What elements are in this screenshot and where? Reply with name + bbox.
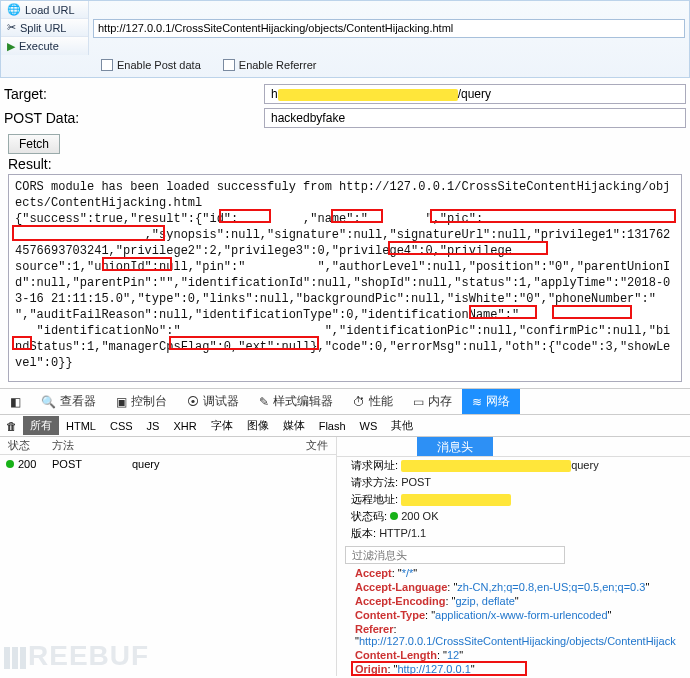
filter-html[interactable]: HTML [59, 418, 103, 434]
enable-referrer-checkbox[interactable]: Enable Referrer [223, 59, 317, 71]
panel-icon: ◧ [10, 395, 21, 409]
devtools-panel: ◧ 🔍查看器 ▣控制台 ⦿调试器 ✎样式编辑器 ⏱性能 ▭内存 ≋网络 🗑 所有… [0, 388, 690, 676]
scissors-icon: ✂ [7, 21, 16, 34]
url-input[interactable] [93, 19, 685, 38]
toolbar-buttons: 🌐 Load URL ✂ Split URL ▶ Execute [1, 1, 89, 55]
filter-js[interactable]: JS [140, 418, 167, 434]
request-url: 请求网址: query [337, 457, 690, 474]
filter-other[interactable]: 其他 [384, 416, 420, 435]
remote-address: 远程地址: [337, 491, 690, 508]
filter-headers-input[interactable] [345, 546, 565, 564]
fetch-button[interactable]: Fetch [8, 134, 60, 154]
filter-media[interactable]: 媒体 [276, 416, 312, 435]
perf-icon: ⏱ [353, 395, 365, 409]
enable-post-checkbox[interactable]: Enable Post data [101, 59, 201, 71]
trash-icon: 🗑 [6, 420, 17, 432]
filter-flash[interactable]: Flash [312, 418, 353, 434]
http-version: 版本: HTTP/1.1 [337, 525, 690, 542]
post-data-label: POST Data: [4, 110, 264, 126]
header-accept-language: Accept-Language: "zh-CN,zh;q=0.8,en-US;q… [337, 580, 690, 594]
split-url-button[interactable]: ✂ Split URL [1, 19, 88, 37]
network-row[interactable]: 200 POST query [0, 455, 336, 473]
request-method: 请求方法: POST [337, 474, 690, 491]
status-code: 状态码: 200 OK [337, 508, 690, 525]
tab-style[interactable]: ✎样式编辑器 [249, 389, 343, 414]
network-icon: ≋ [472, 395, 482, 409]
network-details: 消息头 请求网址: query 请求方法: POST 远程地址: 状态码: 20… [336, 437, 690, 676]
filter-xhr[interactable]: XHR [166, 418, 203, 434]
load-url-button[interactable]: 🌐 Load URL [1, 1, 88, 19]
console-icon: ▣ [116, 395, 127, 409]
filter-ws[interactable]: WS [353, 418, 385, 434]
header-content-type: Content-Type: "application/x-www-form-ur… [337, 608, 690, 622]
header-content-length: Content-Length: "12" [337, 648, 690, 662]
header-origin: Origin: "http://127.0.0.1" [337, 662, 690, 676]
debugger-icon: ⦿ [187, 395, 199, 409]
header-accept-encoding: Accept-Encoding: "gzip, deflate" [337, 594, 690, 608]
result-textarea[interactable]: CORS module has been loaded successfuly … [8, 174, 682, 382]
checkbox-icon [101, 59, 113, 71]
tab-debugger[interactable]: ⦿调试器 [177, 389, 249, 414]
filter-css[interactable]: CSS [103, 418, 140, 434]
hackbar-toolbar: 🌐 Load URL ✂ Split URL ▶ Execute Enable … [0, 0, 690, 78]
inspector-icon: 🔍 [41, 395, 56, 409]
target-label: Target: [4, 86, 264, 102]
execute-button[interactable]: ▶ Execute [1, 37, 88, 55]
network-columns: 状态 方法 文件 [0, 437, 336, 455]
tab-inspector[interactable]: 🔍查看器 [31, 389, 106, 414]
header-referer: Referer: "http://127.0.0.1/CrossSiteCont… [337, 622, 690, 648]
target-input[interactable]: h/query [264, 84, 686, 104]
headers-tab[interactable]: 消息头 [417, 437, 493, 456]
play-icon: ▶ [7, 40, 15, 53]
status-dot-icon [6, 460, 14, 468]
filter-all[interactable]: 所有 [23, 416, 59, 435]
memory-icon: ▭ [413, 395, 424, 409]
tab-performance[interactable]: ⏱性能 [343, 389, 403, 414]
watermark: REEBUF [4, 640, 149, 672]
filter-font[interactable]: 字体 [204, 416, 240, 435]
filter-image[interactable]: 图像 [240, 416, 276, 435]
tab-memory[interactable]: ▭内存 [403, 389, 462, 414]
tab-console[interactable]: ▣控制台 [106, 389, 177, 414]
devtools-toggle-button[interactable]: ◧ [0, 389, 31, 414]
clear-button[interactable]: 🗑 [0, 420, 23, 432]
tab-network[interactable]: ≋网络 [462, 389, 520, 414]
highlight-box [351, 661, 527, 676]
post-data-input[interactable] [264, 108, 686, 128]
globe-icon: 🌐 [7, 3, 21, 16]
header-accept: Accept: "*/*" [337, 566, 690, 580]
result-label: Result: [4, 156, 686, 174]
style-icon: ✎ [259, 395, 269, 409]
checkbox-icon [223, 59, 235, 71]
